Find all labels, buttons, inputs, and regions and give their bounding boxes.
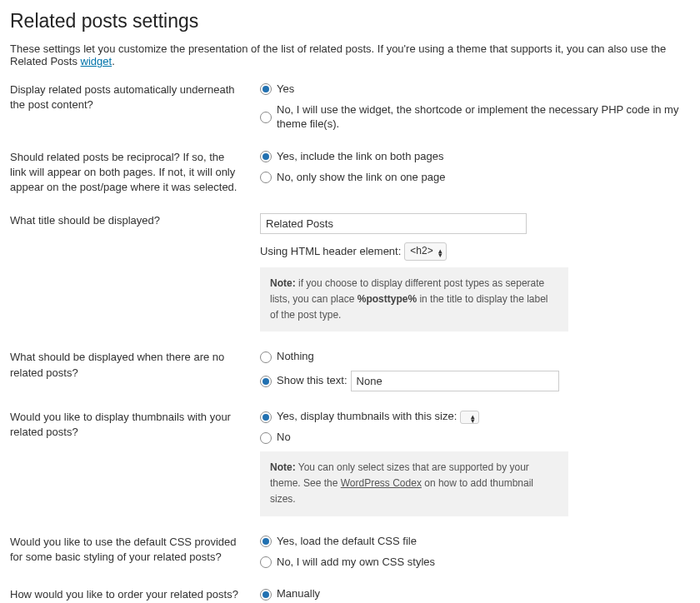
note-code: %posttype%: [358, 293, 417, 305]
radio-no-related-nothing[interactable]: [260, 351, 272, 363]
codex-link[interactable]: WordPress Codex: [341, 477, 422, 489]
radio-label: Yes, display thumbnails with this size:: [277, 410, 457, 424]
label-order: How would you like to order your related…: [10, 587, 260, 602]
radio-no-related-text[interactable]: [260, 376, 272, 387]
page-title: Related posts settings: [10, 10, 690, 32]
radio-label: Yes, include the link on both pages: [277, 150, 443, 164]
radio-label: Manually: [277, 587, 320, 601]
radio-label: No, I will use the widget, the shortcode…: [277, 103, 690, 132]
select-value: <h2>: [410, 245, 432, 258]
header-element-label: Using HTML header element:: [260, 245, 401, 259]
radio-label: Nothing: [277, 350, 314, 364]
label-no-related: What should be displayed when there are …: [10, 350, 260, 380]
radio-label: No: [277, 431, 291, 445]
radio-order-manual[interactable]: [260, 589, 272, 601]
no-related-text-input[interactable]: [351, 371, 559, 391]
row-reciprocal: Should related posts be reciprocal? If s…: [10, 150, 690, 196]
thumbnails-note: Note: You can only select sizes that are…: [260, 451, 568, 516]
radio-thumbnails-yes[interactable]: [260, 411, 272, 423]
label-css: Would you like to use the default CSS pr…: [10, 535, 260, 565]
chevron-updown-icon: ▴▾: [471, 413, 475, 421]
widget-link[interactable]: widget: [81, 55, 112, 67]
label-display-auto: Display related posts automatically unde…: [10, 82, 260, 112]
label-reciprocal: Should related posts be reciprocal? If s…: [10, 150, 260, 196]
radio-label: Yes, load the default CSS file: [277, 535, 417, 549]
radio-label: Show this text:: [277, 374, 348, 388]
label-thumbnails: Would you like to display thumbnails wit…: [10, 410, 260, 440]
radio-display-auto-no[interactable]: [260, 112, 272, 123]
radio-css-no[interactable]: [260, 556, 272, 568]
intro-text: These settings let you customize the pre…: [10, 42, 690, 67]
chevron-updown-icon: ▴▾: [438, 247, 442, 256]
radio-css-yes[interactable]: [260, 536, 272, 547]
radio-reciprocal-yes[interactable]: [260, 151, 272, 162]
radio-display-auto-yes[interactable]: [260, 83, 272, 95]
note-prefix: Note:: [270, 461, 296, 473]
title-note: Note: if you choose to display different…: [260, 267, 568, 332]
row-display-auto: Display related posts automatically unde…: [10, 82, 690, 132]
radio-label: No, I will add my own CSS styles: [277, 556, 435, 570]
label-title: What title should be displayed?: [10, 213, 260, 228]
radio-label: No, only show the link on one page: [277, 171, 445, 185]
header-element-select[interactable]: <h2> ▴▾: [404, 242, 446, 261]
row-order: How would you like to order your related…: [10, 587, 690, 603]
title-input[interactable]: [260, 213, 527, 234]
intro-period: .: [112, 55, 115, 67]
radio-reciprocal-no[interactable]: [260, 172, 272, 183]
row-thumbnails: Would you like to display thumbnails wit…: [10, 410, 690, 516]
row-css: Would you like to use the default CSS pr…: [10, 535, 690, 570]
radio-thumbnails-no[interactable]: [260, 432, 272, 444]
radio-label: Yes: [277, 82, 294, 97]
note-prefix: Note:: [270, 277, 296, 289]
row-no-related: What should be displayed when there are …: [10, 350, 690, 391]
thumbnail-size-select[interactable]: ▴▾: [460, 411, 479, 424]
row-title: What title should be displayed? Using HT…: [10, 213, 690, 331]
